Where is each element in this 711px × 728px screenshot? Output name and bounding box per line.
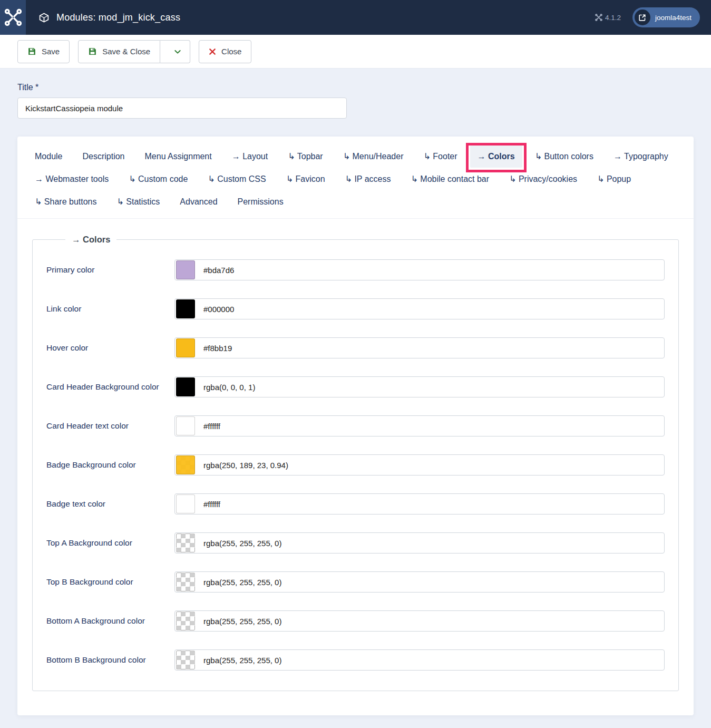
tab-footer[interactable]: ↳ Footer [416,145,464,168]
admin-header: Modules: mod_jm_kick_cass 4.1.2 [0,0,711,35]
save-close-button[interactable]: Save & Close [78,40,160,63]
tab-advanced[interactable]: Advanced [172,190,225,213]
color-swatch[interactable] [176,338,195,357]
color-field-row: Card Header text color #ffffff [46,415,665,436]
color-field-row: Link color #000000 [46,298,665,319]
colors-fieldset: → Colors Primary color #bda7d6 Link colo… [32,235,679,691]
tab-privacy-cookies[interactable]: ↳ Privacy/cookies [502,168,585,190]
preview-site-label: joomla4test [655,14,691,22]
color-value-text: #f8bb19 [203,344,232,353]
title-field-label: Title * [17,83,694,92]
save-options-dropdown[interactable] [160,40,190,63]
color-value-text: rgba(255, 255, 255, 0) [203,617,281,626]
save-close-split-button: Save & Close [78,40,190,63]
color-swatch[interactable] [176,299,195,318]
color-swatch[interactable] [176,416,195,435]
save-close-label: Save & Close [102,47,150,56]
save-button[interactable]: Save [17,40,70,63]
color-text-input[interactable]: rgba(0, 0, 0, 1) [174,376,665,397]
color-field-row: Badge Background color rgba(250, 189, 23… [46,454,665,475]
color-text-input[interactable]: #000000 [174,298,665,319]
color-field-row: Bottom A Background color rgba(255, 255,… [46,610,665,632]
tab-layout[interactable]: → Layout [225,145,275,168]
color-field-row: Badge text color #ffffff [46,493,665,515]
color-field-row: Primary color #bda7d6 [46,259,665,280]
color-text-input[interactable]: rgba(250, 189, 23, 0.94) [174,454,665,475]
color-swatch[interactable] [176,494,195,513]
color-swatch[interactable] [176,260,195,279]
color-text-input[interactable]: #ffffff [174,493,665,515]
tab-typography[interactable]: → Typography [606,145,676,168]
color-swatch[interactable] [176,455,195,474]
external-link-icon [635,9,650,25]
color-field-label: Card Header Background color [46,382,174,392]
color-value-text: rgba(0, 0, 0, 1) [203,383,255,392]
color-field-label: Primary color [46,265,174,275]
color-value-text: #ffffff [203,422,220,431]
tab-favicon[interactable]: ↳ Favicon [279,168,333,190]
color-field-label: Hover color [46,343,174,353]
color-swatch[interactable] [176,651,195,669]
module-cube-icon [38,12,50,23]
tab-mobile-contact-bar[interactable]: ↳ Mobile contact bar [403,168,496,190]
tab-button-colors[interactable]: ↳ Button colors [528,145,601,168]
color-field-row: Top A Background color rgba(255, 255, 25… [46,532,665,554]
tab-menu-assignment[interactable]: Menu Assignment [138,145,219,168]
color-field-row: Card Header Background color rgba(0, 0, … [46,376,665,397]
tab-topbar[interactable]: ↳ Topbar [280,145,330,168]
header-right: 4.1.2 joomla4test [595,0,711,35]
tab-description[interactable]: Description [75,145,132,168]
tab-custom-css[interactable]: ↳ Custom CSS [200,168,273,190]
color-swatch[interactable] [176,572,195,591]
tab-share-buttons[interactable]: ↳ Share buttons [27,190,104,213]
color-text-input[interactable]: #bda7d6 [174,259,665,280]
title-input[interactable] [17,98,347,119]
joomla-version: 4.1.2 [595,14,621,22]
color-field-row: Top B Background color rgba(255, 255, 25… [46,571,665,593]
tab-custom-code[interactable]: ↳ Custom code [121,168,195,190]
color-text-input[interactable]: rgba(255, 255, 255, 0) [174,610,665,632]
color-field-label: Badge text color [46,499,174,509]
color-value-text: #ffffff [203,500,220,509]
color-text-input[interactable]: rgba(255, 255, 255, 0) [174,571,665,593]
color-value-text: rgba(255, 255, 255, 0) [203,656,281,665]
toolbar: Save Save & Close [0,35,711,69]
joomla-logo[interactable] [0,0,26,35]
color-value-text: rgba(255, 255, 255, 0) [203,539,281,548]
color-field-label: Card Header text color [46,421,174,431]
color-text-input[interactable]: rgba(255, 255, 255, 0) [174,649,665,671]
color-text-input[interactable]: #ffffff [174,415,665,436]
color-field-label: Top B Background color [46,577,174,587]
tab-ip-access[interactable]: ↳ IP access [338,168,398,190]
color-text-input[interactable]: #f8bb19 [174,337,665,358]
close-button[interactable]: Close [199,40,251,63]
color-field-label: Bottom A Background color [46,616,174,626]
save-label: Save [42,47,60,56]
joomla-admin-app: Modules: mod_jm_kick_cass 4.1.2 [0,0,711,715]
close-label: Close [221,47,241,56]
color-fields: Primary color #bda7d6 Link color #000000… [46,259,665,671]
color-swatch[interactable] [176,533,195,552]
color-swatch[interactable] [176,611,195,630]
tab-permissions[interactable]: Permissions [230,190,291,213]
main-content: Title * ModuleDescriptionMenu Assignment… [0,69,711,715]
tab-statistics[interactable]: ↳ Statistics [109,190,167,213]
joomla-version-icon [595,14,602,21]
page-title: Modules: mod_jm_kick_cass [56,12,180,23]
color-swatch[interactable] [176,377,195,396]
tab-popup[interactable]: ↳ Popup [590,168,638,190]
header-title-group: Modules: mod_jm_kick_cass [26,0,595,35]
save-close-floppy-icon [88,47,97,56]
title-field-group: Title * [17,83,694,119]
color-text-input[interactable]: rgba(255, 255, 255, 0) [174,532,665,554]
tab-webmaster-tools[interactable]: → Webmaster tools [27,168,116,190]
color-field-row: Hover color #f8bb19 [46,337,665,358]
tab-module[interactable]: Module [27,145,70,168]
color-field-label: Bottom B Background color [46,655,174,665]
color-field-label: Badge Background color [46,460,174,470]
tab-colors[interactable]: → Colors [470,145,522,168]
version-number: 4.1.2 [605,14,621,22]
preview-site-button[interactable]: joomla4test [632,7,700,27]
tab-menu-header[interactable]: ↳ Menu/Header [336,145,411,168]
color-value-text: #000000 [203,305,234,314]
